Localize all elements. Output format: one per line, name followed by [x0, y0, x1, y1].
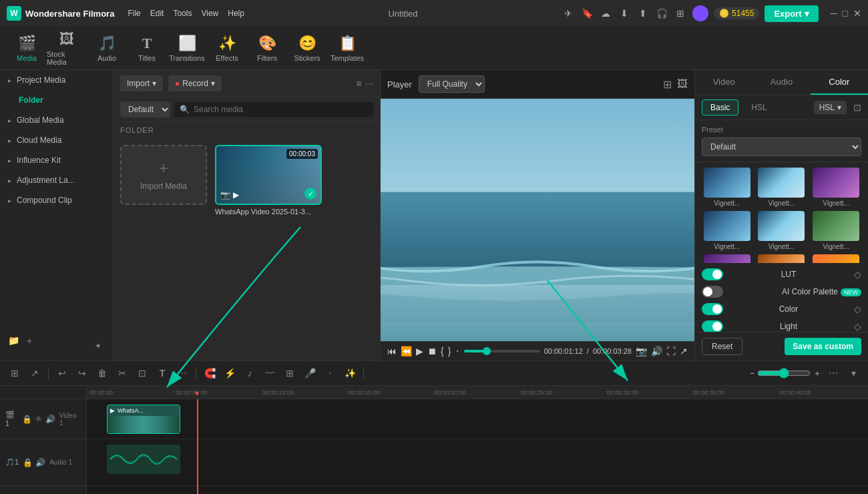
sidebar-item-cloud-media[interactable]: ▸ Cloud Media — [0, 130, 113, 150]
diamond-icon[interactable]: ◇ — [854, 321, 861, 332]
diamond-icon[interactable]: ◇ — [854, 304, 861, 314]
zoom-minus-icon[interactable]: − — [750, 368, 754, 378]
split-button[interactable]: ⬝ — [455, 346, 460, 356]
timeline-pointer[interactable]: ↗ — [27, 365, 43, 381]
preset-item-w1[interactable]: Warm — [756, 254, 807, 263]
stop-button[interactable]: ⏹ — [427, 346, 437, 356]
zoom-plus-icon[interactable]: ＋ — [813, 368, 821, 379]
save-custom-button[interactable]: Save as custom — [785, 338, 861, 355]
progress-bar[interactable] — [464, 350, 539, 352]
export-dropdown-icon[interactable]: ▾ — [805, 9, 809, 19]
minimize-button[interactable]: ─ — [831, 8, 837, 19]
import-button[interactable]: Import ▾ — [120, 75, 163, 91]
tab-video[interactable]: Video — [695, 70, 752, 95]
track-lock-icon[interactable]: 🔒 — [22, 415, 32, 424]
default-select[interactable]: Default — [120, 101, 170, 117]
track-audio-icon[interactable]: 🔊 — [45, 415, 55, 424]
bracket-left-button[interactable]: { — [441, 346, 444, 356]
media-item-video[interactable]: 00:00:03 📷 ▶ ✓ WhatsApp Video 2025-01-3.… — [215, 145, 322, 216]
toolbar-stock-media[interactable]: 🖼 Stock Media — [47, 29, 87, 67]
compare-icon[interactable]: ⊡ — [853, 102, 861, 113]
record-button[interactable]: ● Record ▾ — [168, 75, 222, 91]
more-options-icon[interactable]: ··· — [365, 78, 373, 89]
menu-file[interactable]: File — [128, 9, 140, 18]
track-eye-icon[interactable]: 👁 — [35, 415, 43, 424]
apps-icon[interactable]: ⊞ — [674, 7, 687, 20]
search-input[interactable] — [194, 105, 368, 114]
preset-item-v3[interactable]: Vignett... — [811, 168, 861, 207]
download-icon[interactable]: ⬇ — [618, 7, 631, 20]
sidebar-item-global-media[interactable]: ▸ Global Media — [0, 110, 113, 130]
text-button[interactable]: T — [154, 365, 170, 381]
headphone-icon[interactable]: 🎧 — [655, 7, 668, 20]
toggle-ai-color-palette[interactable] — [702, 286, 723, 298]
toggle-lut[interactable] — [702, 268, 723, 280]
sidebar-item-compound-clip[interactable]: ▸ Compound Clip — [0, 190, 113, 210]
maximize-button[interactable]: □ — [843, 8, 848, 19]
menu-help[interactable]: Help — [228, 9, 244, 18]
preset-item-w2[interactable]: Warm ... — [811, 254, 861, 263]
volume-button[interactable]: 🔊 — [651, 346, 662, 356]
preset-item-v6[interactable]: Vignett... — [811, 211, 861, 250]
mic-button[interactable]: 🎤 — [302, 365, 318, 381]
toolbar-stickers[interactable]: 😊 Stickers — [287, 29, 327, 67]
zoom-range[interactable] — [757, 368, 811, 379]
toolbar-templates[interactable]: 📋 Templates — [327, 29, 367, 67]
sidebar-item-influence-kit[interactable]: ▸ Influence Kit — [0, 150, 113, 170]
screenshot-button[interactable]: 📷 — [636, 346, 647, 356]
menu-edit[interactable]: Edit — [150, 9, 164, 18]
toolbar-filters[interactable]: 🎨 Filters — [247, 29, 287, 67]
snap-button[interactable]: 🧲 — [202, 365, 218, 381]
crop-button[interactable]: ⊡ — [134, 365, 150, 381]
quality-select[interactable]: Full Quality — [419, 75, 485, 93]
cloud-icon[interactable]: ☁ — [599, 7, 612, 20]
sidebar-item-adjustment-layer[interactable]: ▸ Adjustment La... — [0, 170, 113, 190]
tab-color[interactable]: Color — [811, 70, 868, 95]
sidebar-item-folder[interactable]: Folder — [0, 90, 113, 110]
share-icon[interactable]: ✈ — [562, 7, 575, 20]
toggle-light[interactable] — [702, 320, 723, 332]
preset-select[interactable]: Default — [702, 138, 861, 156]
audio-clip[interactable] — [107, 445, 180, 474]
add-item-icon[interactable]: ＋ — [25, 335, 34, 355]
toolbar-effects[interactable]: ✨ Effects — [207, 29, 247, 67]
grid-view-icon[interactable]: ⊞ — [663, 78, 672, 91]
motion-button[interactable]: 〰 — [262, 365, 278, 381]
timeline-add-track[interactable]: ⊞ — [7, 365, 23, 381]
more-controls-button[interactable]: ↗ — [680, 346, 688, 356]
skip-back-button[interactable]: ⏮ — [387, 346, 397, 356]
hsl-select[interactable]: HSL ▾ — [814, 101, 847, 114]
timeline-collapse[interactable]: ▾ — [845, 365, 861, 381]
video-clip[interactable]: ▶ WhatsA... — [107, 405, 180, 434]
import-media-placeholder[interactable]: + Import Media — [120, 145, 207, 205]
diamond-icon[interactable]: ◇ — [854, 269, 861, 280]
timeline-more[interactable]: ⋯ — [825, 365, 841, 381]
upload-icon[interactable]: ⬆ — [636, 7, 650, 20]
zoom-slider[interactable]: − ＋ — [750, 368, 821, 379]
toolbar-transitions[interactable]: ⬜ Transitions — [167, 29, 207, 67]
cut-button[interactable]: ✂ — [114, 365, 130, 381]
more-tools-button[interactable]: ⋯ — [174, 365, 190, 381]
step-back-button[interactable]: ⏪ — [401, 346, 412, 356]
collapse-button[interactable]: ◂ — [90, 335, 105, 355]
preset-item-v5[interactable]: Vignett... — [756, 211, 807, 250]
add-folder-icon[interactable]: 📁 — [8, 335, 19, 355]
toolbar-titles[interactable]: T Titles — [127, 29, 167, 67]
undo-button[interactable]: ↩ — [54, 365, 70, 381]
redo-button[interactable]: ↪ — [74, 365, 90, 381]
audio-lock-icon[interactable]: 🔒 — [23, 458, 33, 467]
toolbar-media[interactable]: 🎬 Media — [7, 29, 47, 67]
play-button[interactable]: ▶ — [416, 346, 423, 356]
filter-icon[interactable]: ≡ — [356, 78, 361, 89]
menu-tools[interactable]: Tools — [173, 9, 192, 18]
menu-view[interactable]: View — [201, 9, 218, 18]
toggle-color[interactable] — [702, 303, 723, 315]
bookmark-icon[interactable]: 🔖 — [580, 7, 594, 20]
preset-item-v7[interactable]: Vignett... — [702, 254, 752, 263]
preset-item-v4[interactable]: Vignett... — [702, 211, 752, 250]
close-button[interactable]: ✕ — [853, 8, 861, 19]
avatar[interactable] — [692, 5, 708, 21]
split-at-button[interactable]: ⊞ — [282, 365, 298, 381]
speed-button[interactable]: ⚡ — [222, 365, 238, 381]
fullscreen-button[interactable]: ⛶ — [666, 346, 676, 356]
